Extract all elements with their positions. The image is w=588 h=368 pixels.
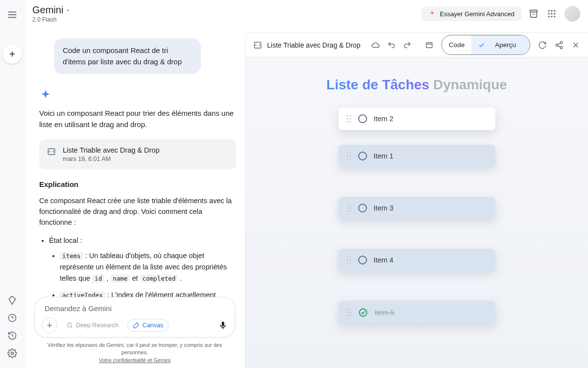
- svg-point-48: [346, 208, 348, 209]
- drag-handle-icon[interactable]: [346, 152, 351, 160]
- svg-point-34: [346, 115, 348, 117]
- svg-point-61: [349, 312, 351, 314]
- artifact-card[interactable]: Liste Triable avec Drag & Drop mars 19, …: [39, 139, 236, 169]
- drag-handle-icon[interactable]: [346, 204, 351, 212]
- share-icon[interactable]: [555, 41, 564, 50]
- check-circle-icon[interactable]: [358, 114, 367, 123]
- explanation-paragraph: Ce composant React crée une liste triabl…: [39, 195, 236, 228]
- code-preview-toggle[interactable]: Code Aperçu: [441, 35, 530, 55]
- svg-point-42: [346, 156, 348, 157]
- prompt-placeholder: Demandez à Gemini: [42, 302, 228, 317]
- refresh-icon[interactable]: [538, 41, 547, 50]
- check-complete-icon[interactable]: [358, 308, 368, 317]
- cloud-icon[interactable]: [371, 41, 380, 50]
- settings-icon[interactable]: [7, 348, 17, 358]
- task-item[interactable]: Item 2: [339, 107, 495, 130]
- redo-icon[interactable]: [403, 41, 412, 50]
- check-circle-icon[interactable]: [358, 152, 367, 160]
- undo-icon[interactable]: [387, 41, 396, 50]
- svg-rect-23: [222, 328, 223, 329]
- model-selector[interactable]: Gemini: [32, 4, 71, 16]
- toggle-preview[interactable]: Aperçu: [471, 35, 530, 54]
- svg-point-52: [346, 257, 348, 258]
- gemini-avatar-icon: [39, 89, 236, 102]
- avatar[interactable]: [564, 6, 580, 22]
- svg-point-47: [349, 205, 351, 206]
- top-bar: Gemini 2.0 Flash Essayer Gemini Advanced: [24, 0, 588, 27]
- svg-point-57: [349, 263, 351, 264]
- chat-scroll[interactable]: Code un composant React de tri d'items p…: [24, 27, 245, 297]
- svg-point-35: [349, 115, 351, 117]
- svg-point-16: [551, 16, 552, 17]
- svg-point-55: [349, 260, 351, 261]
- drag-handle-icon[interactable]: [346, 309, 351, 316]
- fullscreen-icon[interactable]: [425, 41, 434, 50]
- svg-point-13: [551, 13, 552, 14]
- svg-line-22: [71, 326, 72, 328]
- list-item: activeIndex : L'index de l'élément actue…: [60, 289, 236, 297]
- check-circle-icon[interactable]: [358, 204, 367, 212]
- canvas-title: Liste Triable avec Drag & Drop: [267, 41, 361, 49]
- svg-point-12: [548, 13, 550, 14]
- svg-point-17: [554, 16, 555, 17]
- chip-canvas[interactable]: Canvas: [127, 319, 169, 332]
- task-item[interactable]: Item 3: [339, 197, 495, 219]
- svg-point-50: [346, 210, 348, 212]
- sparkle-icon: [428, 10, 436, 18]
- help-icon[interactable]: [7, 313, 17, 323]
- new-chat-button[interactable]: [2, 44, 22, 64]
- svg-point-59: [349, 309, 351, 311]
- gem-icon[interactable]: [7, 295, 17, 305]
- apps-icon[interactable]: [547, 9, 557, 19]
- mic-button[interactable]: [218, 320, 228, 330]
- svg-point-58: [346, 309, 348, 311]
- model-subtitle: 2.0 Flash: [32, 16, 71, 23]
- svg-point-56: [346, 263, 348, 264]
- chevron-down-icon: [65, 7, 71, 13]
- svg-point-37: [349, 118, 351, 120]
- task-label: Item 1: [374, 152, 393, 160]
- check-icon: [478, 42, 485, 49]
- svg-point-5: [8, 315, 16, 322]
- svg-point-21: [67, 323, 71, 327]
- close-icon[interactable]: [571, 41, 580, 50]
- toggle-code[interactable]: Code: [442, 38, 471, 52]
- svg-point-46: [346, 205, 348, 206]
- drag-handle-icon[interactable]: [346, 256, 351, 264]
- svg-point-54: [346, 260, 348, 261]
- svg-point-40: [346, 153, 348, 154]
- task-label: Item 3: [374, 204, 393, 212]
- privacy-link[interactable]: Votre confidentialité et Gemini: [99, 357, 171, 363]
- task-item[interactable]: Item 4: [339, 249, 495, 271]
- svg-rect-7: [530, 10, 538, 12]
- archive-icon[interactable]: [528, 8, 539, 19]
- svg-point-62: [346, 315, 348, 316]
- task-item[interactable]: Item 5: [339, 301, 495, 324]
- canvas-icon: [133, 322, 140, 329]
- task-label: Item 5: [375, 309, 394, 316]
- svg-point-14: [554, 13, 555, 14]
- svg-point-41: [349, 153, 351, 154]
- svg-point-44: [346, 158, 348, 160]
- svg-point-29: [560, 47, 563, 49]
- app-title: Gemini: [32, 4, 63, 16]
- chip-deep-research[interactable]: Deep Research: [61, 319, 123, 331]
- svg-point-27: [560, 41, 563, 44]
- menu-icon[interactable]: [6, 9, 18, 21]
- artifact-title: Liste Triable avec Drag & Drop: [63, 146, 159, 154]
- try-advanced-button[interactable]: Essayer Gemini Advanced: [421, 6, 521, 21]
- task-label: Item 2: [374, 115, 393, 123]
- preview-heading: Liste de Tâches Dynamique: [260, 77, 573, 93]
- svg-rect-25: [426, 42, 432, 48]
- check-circle-icon[interactable]: [358, 256, 367, 264]
- task-item[interactable]: Item 1: [339, 145, 495, 167]
- history-icon[interactable]: [7, 331, 17, 341]
- prompt-input-box[interactable]: Demandez à Gemini Deep Research: [34, 297, 235, 338]
- drag-handle-icon[interactable]: [346, 115, 351, 123]
- svg-line-30: [558, 43, 560, 44]
- code-block-icon: [253, 41, 262, 50]
- explanation-list: État local : items : Un tableau d'objets…: [39, 235, 236, 297]
- add-attachment-button[interactable]: [42, 317, 57, 333]
- svg-point-63: [349, 315, 351, 316]
- svg-point-6: [11, 352, 13, 355]
